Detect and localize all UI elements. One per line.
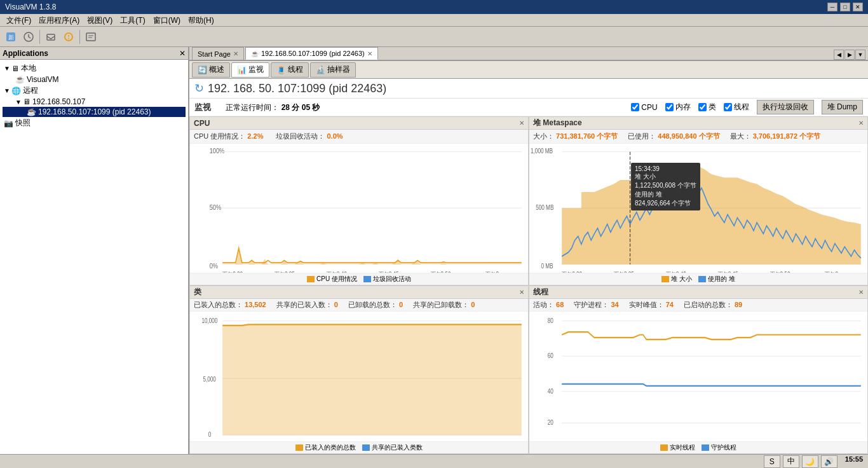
classes-chart-close[interactable]: ✕ (519, 289, 524, 296)
tab-jmx[interactable]: ☕ 192.168.50.107:1099 (pid 22463) ✕ (245, 47, 378, 60)
checkbox-classes[interactable]: 类 (698, 102, 716, 113)
menu-window[interactable]: 窗口(W) (149, 14, 184, 27)
menu-app[interactable]: 应用程序(A) (35, 14, 83, 27)
tab-overview[interactable]: 🔄 概述 (192, 62, 230, 78)
ime-moon-button[interactable]: 🌙 (802, 455, 818, 468)
svg-text:下午3:35: 下午3:35 (614, 271, 634, 272)
titlebar-controls: ─ □ ✕ (827, 3, 863, 11)
legend-daemon-threads: 守护线程 (702, 443, 736, 452)
svg-text:80: 80 (548, 316, 553, 324)
legend-cpu: CPU 使用情况 (307, 275, 357, 284)
tree-item-host[interactable]: ▼ 🖥 192.168.50.107 (3, 97, 186, 107)
heap-dump-button[interactable]: 堆 Dump (822, 100, 863, 114)
tab-next-button[interactable]: ▶ (844, 50, 855, 60)
toolbar-btn-3[interactable] (43, 29, 59, 45)
classes-shared-unloaded-label: 共享的已卸载数： 0 (413, 300, 475, 310)
checkbox-threads-label: 线程 (734, 102, 749, 113)
legend-live-threads-label: 实时线程 (670, 443, 695, 452)
monitor-section-left: 监视 正常运行时间： 28 分 05 秒 (194, 102, 320, 113)
tab-sampler[interactable]: 🔬 抽样器 (310, 62, 356, 78)
toolbar-btn-2[interactable] (20, 29, 37, 45)
minimize-button[interactable]: ─ (827, 3, 837, 11)
checkbox-cpu[interactable]: CPU (631, 103, 657, 112)
legend-gc: 垃圾回收活动 (363, 275, 411, 284)
tree-item-jmx[interactable]: ☕ 192.168.50.107:1099 (pid 22463) (3, 107, 186, 117)
svg-text:10,000: 10,000 (201, 316, 217, 324)
memory-checkbox[interactable] (665, 103, 674, 111)
menu-tools[interactable]: 工具(T) (116, 14, 149, 27)
tree-item-visualvm[interactable]: ☕ VisualVM (3, 74, 186, 85)
svg-text:下午3:: 下午3: (825, 271, 840, 272)
tooltip-value2: 824,926,664 个字节 (635, 199, 696, 208)
classes-loaded-label: 已装入的总数： 13,502 (194, 300, 266, 310)
tab-prev-button[interactable]: ◀ (834, 50, 844, 60)
svg-text:下午3:45: 下午3:45 (379, 271, 399, 272)
tree-label-host: 192.168.50.107 (32, 97, 85, 106)
panel-close-button[interactable]: ✕ (179, 49, 186, 58)
ime-zh-button[interactable]: 中 (783, 455, 799, 468)
svg-text:20: 20 (548, 418, 553, 426)
ime-s-button[interactable]: S (764, 455, 780, 468)
tab-sampler-label: 抽样器 (327, 64, 350, 75)
heap-chart-close[interactable]: ✕ (858, 120, 864, 127)
svg-text:下午3:45: 下午3:45 (718, 271, 738, 272)
threads-icon: 🧵 (276, 65, 286, 74)
tree-item-remote[interactable]: ▼ 🌐 远程 (3, 85, 186, 97)
tab-jmx-close[interactable]: ✕ (367, 50, 372, 57)
legend-heap-used: 使用的 堆 (698, 275, 735, 284)
menubar: 文件(F) 应用程序(A) 视图(V) 工具(T) 窗口(W) 帮助(H) (0, 14, 868, 27)
threads-chart-panel: 线程 ✕ 活动： 68 守护进程： 34 实时峰值： (529, 286, 868, 455)
tab-monitor[interactable]: 📊 监视 (231, 62, 269, 78)
toolbar-btn-1[interactable]: 新 (3, 29, 19, 45)
tab-start-label: Start Page (198, 50, 231, 58)
svg-text:下午3:35: 下午3:35 (275, 271, 295, 272)
cpu-chart-svg: 100% 50% 0% 下午3:30 下午3:35 下午3:40 下午3:45 (190, 144, 528, 273)
tree-item-local[interactable]: ▼ 🖥 本地 (3, 62, 186, 74)
page-refresh-icon[interactable]: ↻ (194, 81, 204, 95)
arrow-icon-remote: ▼ (4, 87, 10, 94)
legend-heap-size: 堆 大小 (661, 275, 692, 284)
tab-start-close[interactable]: ✕ (233, 50, 238, 57)
threads-checkbox[interactable] (724, 103, 732, 111)
tab-threads[interactable]: 🧵 线程 (271, 62, 309, 78)
toolbar-btn-4[interactable] (60, 29, 77, 45)
gc-activity-label: 垃圾回收活动： 0.0% (276, 132, 342, 141)
classes-unloaded-label: 已卸载的总数： 0 (348, 300, 403, 310)
svg-text:50%: 50% (210, 203, 221, 211)
legend-daemon-threads-color (702, 444, 709, 451)
legend-cpu-color (307, 276, 315, 282)
tab-start-page[interactable]: Start Page ✕ (192, 47, 244, 60)
checkbox-memory[interactable]: 内存 (665, 102, 691, 113)
cpu-chart-close[interactable]: ✕ (519, 120, 524, 127)
legend-classes-shared-label: 共享的已装入类数 (372, 443, 423, 452)
heap-chart-panel: 堆 Metaspace ✕ 大小： 731,381,760 个字节 已使用： 4… (529, 116, 868, 286)
close-button[interactable]: ✕ (853, 3, 863, 11)
menu-help[interactable]: 帮助(H) (184, 14, 218, 27)
maximize-button[interactable]: □ (840, 3, 850, 11)
classes-chart-header: 类 ✕ (190, 286, 528, 299)
monitor-icon: 📊 (237, 65, 247, 74)
runtime-label: 正常运行时间： (226, 103, 279, 112)
menu-file[interactable]: 文件(F) (3, 14, 35, 27)
threads-chart-close[interactable]: ✕ (858, 289, 864, 296)
arrow-icon-host: ▼ (15, 99, 22, 106)
classes-checkbox[interactable] (698, 103, 707, 111)
toolbar-btn-5[interactable] (83, 29, 99, 45)
ime-sound-button[interactable]: 🔊 (821, 455, 837, 468)
titlebar-title: VisualVM 1.3.8 (5, 3, 57, 11)
threads-chart-title: 线程 (533, 287, 548, 298)
tree-item-snapshots[interactable]: 📷 快照 (3, 117, 186, 129)
tooltip-label1: 堆 大小 (635, 172, 696, 181)
menu-view[interactable]: 视图(V) (83, 14, 116, 27)
snapshot-icon: 📷 (4, 119, 13, 128)
toolbar-separator-1 (39, 30, 40, 44)
classes-chart-area: 10,000 5,000 0 下午3:30 下午3:35 下午3:40 下午3:… (190, 312, 528, 442)
gc-button[interactable]: 执行垃圾回收 (757, 100, 814, 114)
classes-chart-title: 类 (194, 287, 201, 298)
heap-used-label: 已使用： 448,950,840 个字节 (628, 132, 719, 141)
svg-rect-9 (86, 33, 95, 41)
checkbox-threads[interactable]: 线程 (724, 102, 749, 113)
cpu-checkbox[interactable] (631, 103, 639, 111)
heap-chart-legend: 堆 大小 使用的 堆 (529, 273, 867, 285)
tab-down-button[interactable]: ▼ (855, 50, 865, 60)
